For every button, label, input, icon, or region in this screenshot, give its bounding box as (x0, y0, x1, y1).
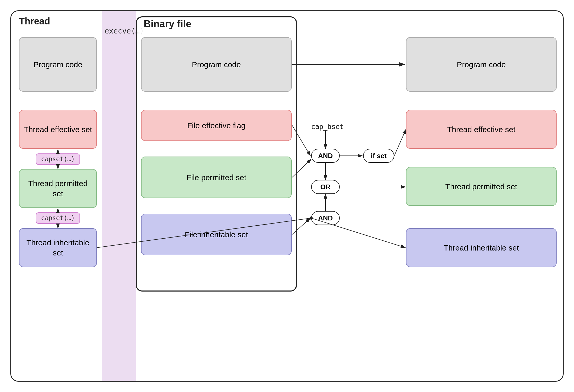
file-inheritable-set: File inheritable set (141, 214, 292, 255)
result-program-code: Program code (406, 37, 557, 92)
execve-column (102, 11, 136, 381)
result-effective-set: Thread effective set (406, 110, 557, 149)
capset2-box: capset(…) (36, 212, 80, 224)
thread-program-code: Program code (19, 37, 97, 92)
file-effective-flag: File effective flag (141, 110, 292, 141)
or-node: OR (311, 180, 340, 194)
thread-label: Thread (19, 16, 50, 27)
capset1-box: capset(…) (36, 153, 80, 165)
thread-effective-set: Thread effective set (19, 110, 97, 149)
result-inheritable-set: Thread inheritable set (406, 228, 557, 267)
thread-inheritable-set: Thread inheritable set (19, 228, 97, 267)
binary-program-code: Program code (141, 37, 292, 92)
result-permitted-set: Thread permitted set (406, 167, 557, 206)
svg-line-13 (394, 129, 406, 156)
and1-node: AND (311, 149, 340, 163)
if-set-node: if set (363, 149, 394, 163)
file-permitted-set: File permitted set (141, 157, 292, 198)
main-container: Thread execve(…) Binary file Program cod… (10, 10, 564, 382)
and2-node: AND (311, 211, 340, 225)
cap-bset-label: cap_bset (311, 123, 344, 131)
thread-permitted-set: Thread permitted set (19, 169, 97, 208)
binary-file-label: Binary file (144, 18, 191, 30)
